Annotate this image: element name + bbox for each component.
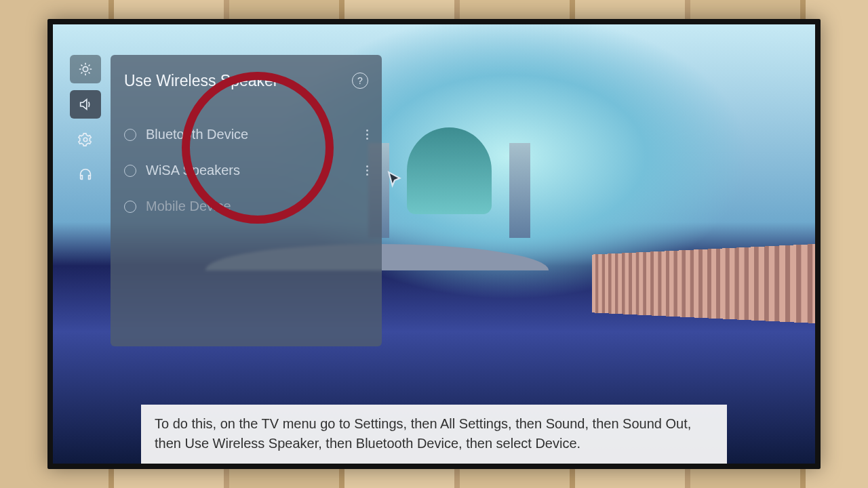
option-mobile[interactable]: Mobile Device <box>124 199 368 214</box>
pointer-cursor <box>387 171 404 188</box>
brightness-icon <box>78 62 93 77</box>
gear-icon <box>78 132 93 147</box>
rail-settings[interactable] <box>70 125 101 154</box>
more-icon[interactable] <box>366 129 368 140</box>
rail-support[interactable] <box>70 161 101 189</box>
radio-icon <box>124 165 136 177</box>
rail-sound[interactable] <box>70 90 101 119</box>
svg-point-1 <box>83 138 87 142</box>
more-icon[interactable] <box>366 165 368 176</box>
headset-icon <box>78 167 93 182</box>
radio-icon <box>124 129 136 141</box>
wireless-speaker-panel: Use Wireless Speaker ? Bluetooth Device … <box>111 55 382 346</box>
speaker-icon <box>78 97 93 112</box>
settings-rail <box>70 55 101 189</box>
option-wisa[interactable]: WiSA Speakers <box>124 163 368 178</box>
option-label: Bluetooth Device <box>146 127 248 142</box>
option-label: Mobile Device <box>146 199 231 214</box>
tv-frame: Use Wireless Speaker ? Bluetooth Device … <box>47 19 821 469</box>
option-list: Bluetooth Device WiSA Speakers Mobile De… <box>124 127 368 214</box>
help-button[interactable]: ? <box>352 73 368 89</box>
radio-icon <box>124 201 136 213</box>
instruction-caption: To do this, on the TV menu go to Setting… <box>141 405 727 464</box>
rail-brightness[interactable] <box>70 55 101 83</box>
option-bluetooth[interactable]: Bluetooth Device <box>124 127 368 142</box>
option-label: WiSA Speakers <box>146 163 240 178</box>
svg-point-0 <box>83 66 87 71</box>
panel-title: Use Wireless Speaker <box>124 72 279 90</box>
colonnade <box>592 244 815 323</box>
